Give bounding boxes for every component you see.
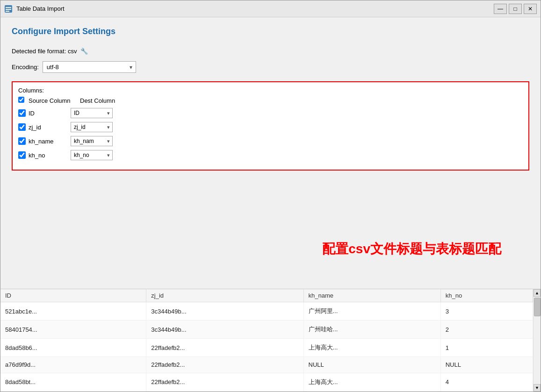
file-format-label: Detected file format: csv [12, 48, 77, 55]
spacer [12, 178, 529, 289]
svg-rect-3 [6, 11, 9, 12]
source-name-zj-id: zj_id [29, 124, 71, 131]
dest-select-wrapper-zj-id: zj_id [71, 122, 113, 132]
columns-box: Columns: Source Column Dest Column ID [12, 81, 529, 171]
column-checkbox-id[interactable] [18, 109, 26, 117]
cell: 3 [440, 302, 533, 321]
main-area: Columns: Source Column Dest Column ID [12, 81, 529, 289]
close-button[interactable]: ✕ [524, 4, 537, 14]
scroll-up-arrow[interactable]: ▲ [534, 289, 541, 297]
dest-select-kh-no[interactable]: kh_no [71, 150, 113, 160]
cell: NULL [440, 357, 533, 373]
window-controls: — □ ✕ [494, 4, 537, 14]
preview-section: ID zj_id kh_name kh_no 521abc1e... 3c344… [0, 289, 541, 392]
preview-bottom: ID zj_id kh_name kh_no 521abc1e... 3c344… [0, 289, 541, 392]
dest-select-wrapper-id: ID [71, 108, 113, 118]
cell: 4 [440, 373, 533, 391]
column-checkbox-kh-no[interactable] [18, 151, 26, 159]
col-header-kh-name: kh_name [303, 289, 440, 302]
maximize-button[interactable]: □ [509, 4, 522, 14]
table-row: a76d9f9d... 22ffadefb2... NULL NULL [0, 357, 533, 373]
cell: 3c344b49b... [146, 302, 303, 321]
preview-table: ID zj_id kh_name kh_no 521abc1e... 3c344… [0, 289, 533, 392]
columns-header: Source Column Dest Column [18, 97, 523, 104]
annotation-text: 配置csv文件标题与表标题匹配 [322, 240, 501, 258]
app-icon [4, 5, 13, 13]
file-format-row: Detected file format: csv 🔧 [12, 48, 529, 55]
encoding-select[interactable]: utf-8 latin-1 ascii gbk [43, 61, 136, 73]
svg-rect-1 [6, 7, 11, 8]
header-checkbox[interactable] [18, 97, 24, 103]
column-row: ID ID [18, 108, 523, 118]
table-row: 521abc1e... 3c344b49b... 广州阿里... 3 [0, 302, 533, 321]
wrench-icon[interactable]: 🔧 [80, 48, 88, 55]
table-header-row: ID zj_id kh_name kh_no [0, 289, 533, 302]
cell: a76d9f9d... [0, 357, 146, 373]
table-row: 58401754... 3c344b49b... 广州哇哈... 2 [0, 321, 533, 339]
cell: 521abc1e... [0, 302, 146, 321]
source-name-id: ID [29, 110, 71, 117]
dest-select-id[interactable]: ID [71, 108, 113, 118]
main-window: Table Data Import — □ ✕ Configure Import… [0, 0, 541, 392]
cell: 广州哇哈... [303, 321, 440, 339]
columns-label: Columns: [18, 87, 523, 94]
preview-table-wrapper: ID zj_id kh_name kh_no 521abc1e... 3c344… [0, 289, 533, 392]
source-name-kh-no: kh_no [29, 152, 71, 159]
dest-column-header: Dest Column [80, 97, 115, 104]
column-checkbox-zj-id[interactable] [18, 123, 26, 131]
col-header-id: ID [0, 289, 146, 302]
col-header-zj-id: zj_id [146, 289, 303, 302]
content-area: Configure Import Settings Detected file … [0, 17, 541, 289]
table-row: 8dad58bt... 22ffadefb2... 上海高大... 4 [0, 373, 533, 391]
dest-select-wrapper-kh-name: kh_nam [71, 136, 113, 146]
window-title: Table Data Import [16, 5, 494, 12]
encoding-label: Encoding: [12, 64, 39, 71]
cell: 2 [440, 321, 533, 339]
cell: 上海高大... [303, 373, 440, 391]
dest-select-kh-name[interactable]: kh_nam [71, 136, 113, 146]
column-row: kh_no kh_no [18, 150, 523, 160]
cell: 8dad58bt... [0, 373, 146, 391]
page-title: Configure Import Settings [12, 27, 529, 36]
cell: 3c344b49b... [146, 321, 303, 339]
cell: 22ffadefb2... [146, 357, 303, 373]
cell: 22ffadefb2... [146, 339, 303, 357]
scroll-thumb[interactable] [534, 298, 541, 316]
encoding-row: Encoding: utf-8 latin-1 ascii gbk [12, 61, 529, 73]
col-header-kh-no: kh_no [440, 289, 533, 302]
title-bar: Table Data Import — □ ✕ [0, 0, 541, 17]
encoding-select-wrapper: utf-8 latin-1 ascii gbk [43, 61, 136, 73]
source-name-kh-name: kh_name [29, 138, 71, 145]
column-checkbox-kh-name[interactable] [18, 137, 26, 145]
cell: 广州阿里... [303, 302, 440, 321]
cell: 上海高大... [303, 339, 440, 357]
cell: 8dad58b6... [0, 339, 146, 357]
table-row: 8dad58b6... 22ffadefb2... 上海高大... 1 [0, 339, 533, 357]
minimize-button[interactable]: — [494, 4, 507, 14]
cell: 22ffadefb2... [146, 373, 303, 391]
vertical-scrollbar[interactable]: ▲ ▼ [533, 289, 541, 392]
cell: NULL [303, 357, 440, 373]
svg-rect-2 [6, 9, 11, 10]
scroll-down-arrow[interactable]: ▼ [534, 384, 541, 392]
cell: 1 [440, 339, 533, 357]
column-row: kh_name kh_nam [18, 136, 523, 146]
dest-select-zj-id[interactable]: zj_id [71, 122, 113, 132]
scroll-track [534, 297, 541, 384]
source-column-header: Source Column [29, 97, 80, 104]
column-row: zj_id zj_id [18, 122, 523, 132]
cell: 58401754... [0, 321, 146, 339]
dest-select-wrapper-kh-no: kh_no [71, 150, 113, 160]
